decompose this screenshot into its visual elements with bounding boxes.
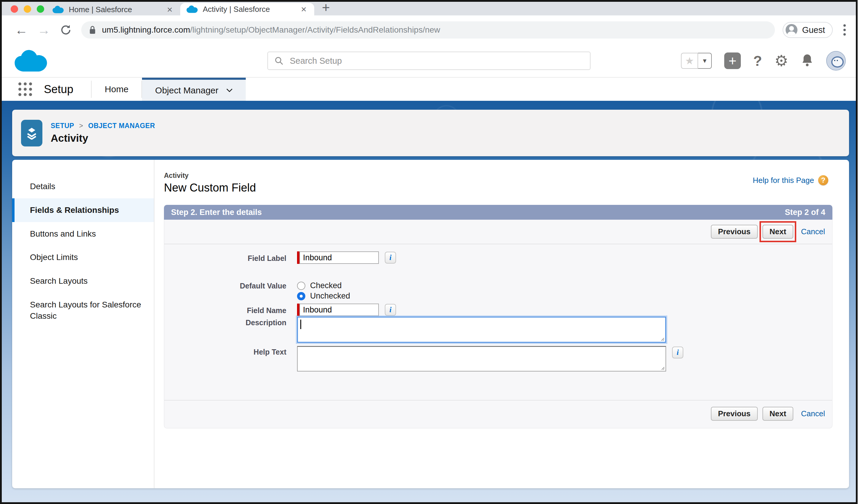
salesforce-logo[interactable] — [13, 49, 49, 73]
setup-app-title: Setup — [44, 83, 73, 96]
help-for-this-page-link[interactable]: Help for this Page — [753, 176, 814, 185]
page-title: New Custom Field — [164, 182, 841, 194]
tab-label: Home — [105, 84, 128, 94]
breadcrumb-separator: > — [79, 122, 83, 130]
next-button-annotation: Next — [763, 225, 793, 239]
radio-checked-option[interactable] — [297, 282, 305, 290]
radio-unchecked-option[interactable] — [297, 292, 305, 300]
info-icon[interactable]: i — [385, 252, 396, 264]
sidebar-item-details[interactable]: Details — [12, 175, 154, 198]
global-actions-icon[interactable]: + — [724, 52, 741, 69]
info-icon[interactable]: i — [672, 347, 683, 358]
sidebar-item-search-layouts[interactable]: Search Layouts — [12, 269, 154, 293]
back-icon[interactable]: ← — [15, 23, 28, 37]
app-launcher-icon[interactable] — [17, 81, 33, 97]
lock-icon — [89, 25, 96, 34]
info-icon[interactable]: i — [385, 304, 396, 316]
tab-close-icon[interactable]: × — [299, 4, 308, 15]
tab-setup-home[interactable]: Home — [92, 78, 142, 101]
cancel-link-bottom[interactable]: Cancel — [801, 409, 825, 418]
breadcrumb: SETUP > OBJECT MANAGER Activity — [51, 122, 155, 144]
text-cursor — [300, 320, 301, 329]
tab-object-manager[interactable]: Object Manager — [142, 78, 246, 101]
object-manager-card: Details Fields & Relationships Buttons a… — [12, 160, 849, 488]
url-domain: um5.lightning.force.com — [102, 25, 190, 34]
sidebar-item-search-layouts-classic[interactable]: Search Layouts for Salesforce Classic — [12, 293, 154, 328]
new-tab-button[interactable]: + — [322, 1, 330, 14]
content-object-name: Activity — [164, 172, 841, 180]
field-label-label: Field Label — [164, 251, 286, 263]
field-name-label: Field Name — [164, 304, 286, 315]
default-value-row: Default Value Checked Unchecked — [164, 280, 832, 301]
search-icon — [275, 56, 283, 65]
sidebar-item-fields-relationships[interactable]: Fields & Relationships — [12, 198, 154, 222]
browser-toolbar: ← → um5.lightning.force.com/lightning/se… — [2, 16, 856, 44]
object-title: Activity — [51, 132, 155, 144]
chevron-down-icon — [226, 88, 233, 93]
forward-icon: → — [37, 23, 50, 37]
help-icon[interactable]: ? — [753, 53, 762, 69]
main-content: Activity New Custom Field Help for this … — [154, 160, 849, 488]
favorites-dropdown-icon[interactable]: ▼ — [698, 53, 712, 69]
tab-close-icon[interactable]: × — [165, 4, 174, 15]
breadcrumb-object-manager-link[interactable]: OBJECT MANAGER — [88, 122, 155, 130]
help-text-label: Help Text — [164, 346, 286, 356]
zoom-window-button[interactable] — [37, 5, 44, 13]
setup-gear-icon[interactable]: ⚙ — [774, 53, 788, 69]
setup-search-box[interactable]: Search Setup — [267, 52, 590, 70]
field-label-row: Field Label i — [164, 251, 832, 264]
browser-window: Home | Salesforce × Activity | Salesforc… — [0, 0, 858, 504]
object-sidebar: Details Fields & Relationships Buttons a… — [12, 160, 154, 488]
tab-strip: Home | Salesforce × Activity | Salesforc… — [2, 2, 856, 16]
traffic-lights — [11, 5, 44, 13]
tab-title: Activity | Salesforce — [203, 5, 299, 14]
object-header-card: SETUP > OBJECT MANAGER Activity — [12, 110, 849, 156]
close-window-button[interactable] — [11, 5, 18, 13]
tab-label: Object Manager — [155, 85, 218, 95]
previous-button[interactable]: Previous — [711, 225, 758, 239]
sidebar-item-object-limits[interactable]: Object Limits — [12, 246, 154, 269]
notifications-bell-icon[interactable] — [801, 53, 814, 68]
minimize-window-button[interactable] — [24, 5, 31, 13]
help-text-row: Help Text i — [164, 346, 832, 371]
user-avatar[interactable] — [826, 51, 846, 71]
field-name-row: Field Name i — [164, 304, 832, 316]
salesforce-favicon — [186, 5, 198, 13]
sidebar-item-buttons-links[interactable]: Buttons and Links — [12, 222, 154, 246]
header-icons: ★ ▼ + ? ⚙ — [681, 51, 846, 71]
description-textarea[interactable] — [297, 317, 666, 343]
resize-handle[interactable] — [660, 336, 664, 341]
description-row: Description — [164, 317, 832, 343]
cancel-link[interactable]: Cancel — [801, 227, 825, 236]
field-label-input[interactable] — [299, 251, 379, 264]
previous-button-bottom[interactable]: Previous — [711, 407, 758, 421]
url-bar[interactable]: um5.lightning.force.com/lightning/setup/… — [81, 21, 775, 39]
top-action-row: Previous Next Cancel — [164, 220, 832, 244]
help-page-icon[interactable]: ? — [818, 175, 828, 185]
description-label: Description — [164, 317, 286, 327]
help-text-textarea[interactable] — [297, 346, 666, 371]
next-button-bottom[interactable]: Next — [763, 407, 793, 421]
tab-home[interactable]: Home | Salesforce × — [46, 3, 180, 16]
breadcrumb-setup-link[interactable]: SETUP — [51, 122, 74, 130]
tab-activity[interactable]: Activity | Salesforce × — [180, 3, 314, 16]
reload-icon[interactable] — [60, 24, 72, 36]
browser-menu-icon[interactable] — [841, 22, 848, 37]
activity-object-icon — [21, 120, 42, 146]
salesforce-favicon — [52, 5, 64, 14]
step-title: Step 2. Enter the details — [171, 208, 262, 217]
favorites-star-icon[interactable]: ★ — [681, 53, 698, 69]
step-panel: Previous Next Cancel Field Label — [164, 220, 833, 429]
field-name-input[interactable] — [299, 304, 379, 316]
salesforce-global-header: Search Setup ★ ▼ + ? ⚙ — [2, 44, 856, 78]
radio-label-unchecked: Unchecked — [310, 291, 350, 301]
guest-avatar-icon — [786, 24, 797, 36]
bottom-action-row: Previous Next Cancel — [164, 400, 832, 428]
browser-profile-button[interactable]: Guest — [783, 22, 833, 38]
next-button[interactable]: Next — [763, 225, 793, 239]
step-indicator: Step 2 of 4 — [785, 208, 825, 217]
tab-title: Home | Salesforce — [69, 5, 165, 14]
setup-nav-bar: Setup Home Object Manager — [2, 78, 856, 101]
resize-handle[interactable] — [660, 365, 665, 370]
step-header-bar: Step 2. Enter the details Step 2 of 4 — [164, 205, 833, 220]
